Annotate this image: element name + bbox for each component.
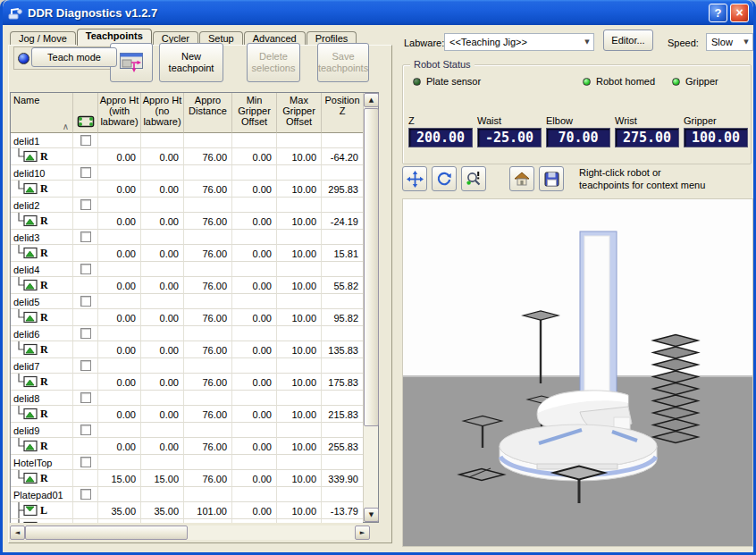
vertical-scrollbar[interactable]: ▲ ▼ [363,93,378,522]
value-cell[interactable]: 15.00 [98,470,141,487]
value-cell[interactable]: 10.00 [277,213,322,230]
new-teachpoint-button[interactable]: New teachpoint [159,43,223,82]
value-cell[interactable]: 0.00 [232,406,277,423]
value-cell[interactable]: 175.83 [322,374,363,391]
value-cell[interactable]: 0.00 [141,213,184,230]
value-cell[interactable]: 101.00 [184,502,232,519]
value-cell[interactable] [322,519,363,523]
value-cell[interactable]: 15.81 [322,245,363,262]
value-cell[interactable]: 0.00 [232,181,277,198]
value-cell[interactable]: 0.00 [232,148,277,165]
value-cell[interactable]: 0.00 [141,245,184,262]
teach-mode-button[interactable]: Teach mode [31,47,117,67]
value-cell[interactable]: -13.79 [322,502,363,519]
value-cell[interactable]: 76.00 [184,406,232,423]
value-cell[interactable]: 0.00 [98,341,141,358]
value-cell[interactable]: -64.20 [322,148,363,165]
value-cell[interactable]: 10.00 [277,502,322,519]
value-cell[interactable]: 215.83 [322,406,363,423]
value-cell[interactable]: 0.00 [141,181,184,198]
column-header-appro-ht-with[interactable]: Appro Ht (with labware) [98,93,141,133]
close-button[interactable]: × [730,4,749,22]
value-cell[interactable]: 10.00 [277,245,322,262]
value-cell[interactable]: -24.19 [322,213,363,230]
value-cell[interactable]: 35.00 [98,502,141,519]
value-cell[interactable]: 0.00 [141,374,184,391]
horizontal-scroll-thumb[interactable] [25,526,188,540]
teachpoint-select-checkbox[interactable] [80,135,91,146]
value-cell[interactable]: 76.00 [184,374,232,391]
teachpoint-select-checkbox[interactable] [80,489,91,500]
teachpoint-select-checkbox[interactable] [80,264,91,274]
labware-combobox[interactable]: <<Teaching Jig>> ▼ [444,33,594,51]
value-cell[interactable]: 95.82 [322,309,363,326]
scroll-left-button[interactable]: ◄ [10,526,25,540]
value-cell[interactable]: 0.00 [141,277,184,294]
value-cell[interactable]: 0.00 [232,341,277,358]
column-header-select[interactable] [73,93,98,133]
teachpoint-select-checkbox[interactable] [80,167,91,178]
value-cell[interactable]: 0.00 [141,406,184,423]
value-cell[interactable]: 0.00 [98,406,141,423]
value-cell[interactable]: 0.00 [141,341,184,358]
teachpoint-select-checkbox[interactable] [80,360,91,371]
value-cell[interactable] [98,519,141,523]
pan-view-button[interactable] [402,166,427,191]
value-cell[interactable]: 10.00 [277,148,322,165]
value-cell[interactable]: 76.00 [184,341,232,358]
tab-jog-move[interactable]: Jog / Move [10,31,76,46]
teachpoint-select-checkbox[interactable] [80,296,91,307]
value-cell[interactable]: 10.00 [277,181,322,198]
value-cell[interactable]: 0.00 [232,438,277,455]
robot-3d-view[interactable] [402,198,753,547]
value-cell[interactable]: 0.00 [232,502,277,519]
value-cell[interactable]: 0.00 [232,245,277,262]
value-cell[interactable]: 255.83 [322,438,363,455]
value-cell[interactable] [277,519,322,523]
refresh-view-button[interactable] [432,166,457,191]
value-cell[interactable]: 10.00 [277,438,322,455]
value-cell[interactable]: 0.00 [98,374,141,391]
value-cell[interactable]: 0.00 [98,309,141,326]
teachpoint-select-checkbox[interactable] [80,231,91,242]
help-button[interactable]: ? [709,4,727,22]
value-cell[interactable] [141,519,184,523]
column-header-min-gripper[interactable]: Min Gripper Offset [232,93,277,133]
teachpoint-select-checkbox[interactable] [80,457,91,467]
value-cell[interactable]: 0.00 [98,438,141,455]
column-header-appro-distance[interactable]: Appro Distance [184,93,232,133]
value-cell[interactable]: 0.00 [141,438,184,455]
value-cell[interactable]: 0.00 [232,213,277,230]
zoom-fit-button[interactable] [461,166,486,191]
vertical-scroll-thumb[interactable] [364,108,379,426]
value-cell[interactable]: 10.00 [277,341,322,358]
value-cell[interactable]: 0.00 [98,213,141,230]
value-cell[interactable]: 76.00 [184,309,232,326]
teachpoint-select-checkbox[interactable] [80,328,91,339]
value-cell[interactable]: 15.00 [141,470,184,487]
value-cell[interactable]: 55.82 [322,277,363,294]
home-view-button[interactable] [509,166,534,191]
teachpoint-select-checkbox[interactable] [80,392,91,403]
value-cell[interactable]: 0.00 [98,245,141,262]
value-cell[interactable]: 0.00 [141,148,184,165]
value-cell[interactable] [184,519,232,523]
teachpoint-select-checkbox[interactable] [80,199,91,210]
value-cell[interactable]: 10.00 [277,277,322,294]
value-cell[interactable]: 76.00 [184,438,232,455]
value-cell[interactable]: 0.00 [232,277,277,294]
value-cell[interactable]: 76.00 [184,470,232,487]
value-cell[interactable]: 10.00 [277,309,322,326]
value-cell[interactable]: 135.83 [322,341,363,358]
value-cell[interactable]: 0.00 [98,277,141,294]
speed-combobox[interactable]: Slow ▼ [706,33,753,51]
delete-selections-button[interactable]: Delete selections [247,43,300,82]
column-header-name[interactable]: Name ∧ [11,93,73,133]
value-cell[interactable]: 76.00 [184,148,232,165]
value-cell[interactable]: 10.00 [277,470,322,487]
value-cell[interactable]: 339.90 [322,470,363,487]
teachpoint-select-checkbox[interactable] [80,425,91,435]
value-cell[interactable]: 0.00 [232,374,277,391]
scroll-down-button[interactable]: ▼ [364,508,379,522]
value-cell[interactable]: 0.00 [98,181,141,198]
